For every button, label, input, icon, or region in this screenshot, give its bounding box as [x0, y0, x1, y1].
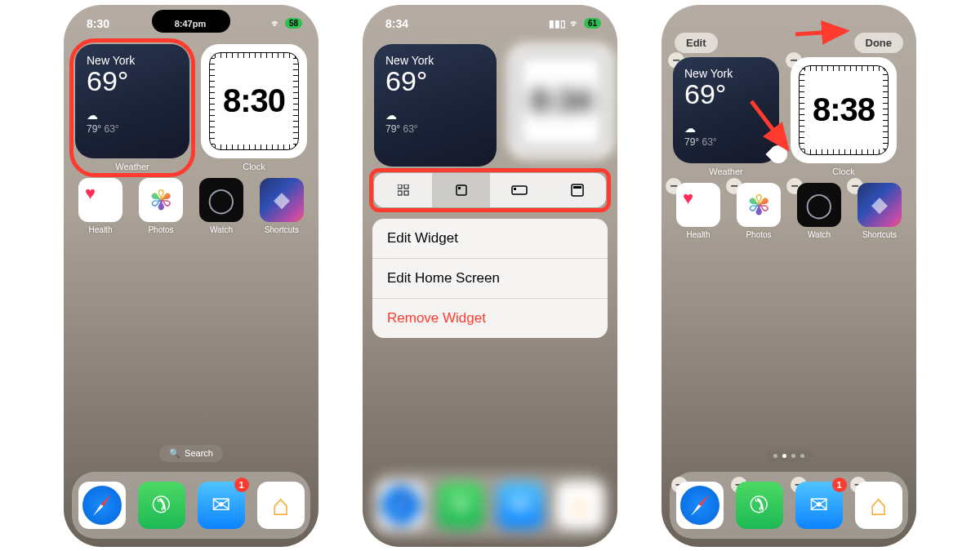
dock-home[interactable] [855, 482, 902, 529]
battery-indicator: 58 [285, 18, 302, 29]
app-photos[interactable]: −Photos [731, 183, 786, 239]
photos-icon [139, 178, 183, 222]
clock-widget: 8:34 [508, 44, 614, 158]
cloud-icon: ☁︎ [684, 122, 768, 135]
search-icon: 🔍 [169, 448, 180, 459]
app-row: −Health −Photos −Watch −Shortcuts [662, 178, 916, 239]
clock-widget-label: Clock [243, 162, 265, 171]
size-small-square[interactable] [432, 173, 490, 207]
context-menu: Edit Widget Edit Home Screen Remove Widg… [372, 219, 608, 338]
size-picker-highlighted [369, 168, 611, 212]
dock-safari[interactable] [676, 482, 724, 529]
weather-temp: 69° [87, 65, 178, 97]
size-small-grid[interactable] [374, 173, 432, 207]
search-button[interactable]: 🔍 Search [159, 445, 223, 462]
svg-rect-5 [458, 187, 461, 189]
dock-mail [497, 482, 544, 529]
health-icon [676, 183, 720, 227]
done-button[interactable]: Done [854, 33, 904, 53]
menu-remove-widget[interactable]: Remove Widget [372, 299, 608, 338]
clock-time: 8:30 [223, 82, 285, 119]
app-shortcuts[interactable]: −Shortcuts [852, 183, 907, 239]
dock-blurred [371, 472, 609, 539]
svg-rect-3 [404, 191, 408, 195]
wifi-icon: ᯤ [570, 18, 580, 29]
status-bar: 8:34 ▮▮▯ ᯤ 61 [363, 5, 617, 36]
clock-widget[interactable]: 8:38 [791, 57, 897, 163]
edit-button[interactable]: Edit [675, 33, 718, 53]
dock: 1 [72, 472, 310, 539]
svg-rect-1 [404, 184, 408, 189]
watch-icon [199, 178, 243, 222]
battery-indicator: 61 [584, 18, 601, 29]
clock-widget[interactable]: 8:30 [201, 44, 307, 158]
app-health[interactable]: −Health [670, 183, 726, 239]
size-large-rect[interactable] [548, 173, 606, 207]
wifi-icon: ᯤ [271, 18, 281, 29]
iphone-screen-1: 8:30 8:47pm ᯤ 58 New York 69° ☁︎ 79° 63°… [64, 5, 318, 547]
menu-edit-widget[interactable]: Edit Widget [372, 219, 608, 259]
watch-icon [797, 183, 841, 227]
weather-widget-highlighted: New York 69° ☁︎ 79° 63° Weather [75, 44, 189, 171]
clock-widget-label: Clock [832, 167, 855, 176]
app-photos[interactable]: Photos [133, 178, 189, 234]
status-center-time: 8:47pm [175, 19, 207, 29]
clock-time: 8:38 [813, 91, 875, 128]
mail-badge: 1 [234, 478, 249, 492]
photos-icon [737, 183, 781, 227]
weather-range: 79° 63° [684, 136, 768, 148]
dock-phone [437, 482, 484, 529]
clock-widget-blurred: 8:34 [508, 44, 614, 167]
dock-safari[interactable] [78, 482, 126, 529]
health-icon [78, 178, 122, 222]
mail-badge: 1 [832, 478, 847, 492]
cloud-icon: ☁︎ [87, 109, 178, 122]
svg-rect-4 [457, 185, 466, 195]
weather-widget-label: Weather [709, 167, 742, 176]
weather-range: 79° 63° [87, 123, 178, 135]
weather-temp: 69° [684, 78, 768, 110]
svg-rect-2 [398, 191, 402, 195]
weather-widget-col: − New York 69° ☁︎ 79° 63° Weather [673, 57, 779, 176]
dock-home[interactable] [257, 482, 305, 529]
app-row: Health Photos Watch Shortcuts [64, 173, 318, 234]
shortcuts-icon [858, 183, 902, 227]
status-time: 8:34 [385, 17, 408, 30]
weather-widget-col: New York 69° ☁︎ 79° 63° [374, 44, 497, 167]
weather-temp: 69° [385, 65, 485, 97]
dock-mail[interactable]: 1 [795, 482, 843, 529]
clock-widget-col: − 8:38 Clock [791, 57, 897, 176]
svg-rect-7 [514, 188, 516, 190]
dock-phone[interactable] [736, 482, 783, 529]
app-shortcuts[interactable]: Shortcuts [254, 178, 310, 234]
weather-widget-label: Weather [115, 162, 149, 171]
weather-range: 79° 63° [385, 123, 485, 135]
status-icons: ᯤ 58 [271, 18, 302, 29]
dock-home [556, 482, 604, 529]
status-icons: ▮▮▯ ᯤ 61 [549, 18, 601, 29]
dock-mail[interactable]: 1 [198, 482, 245, 529]
weather-widget[interactable]: New York 69° ☁︎ 79° 63° [673, 57, 779, 163]
status-time: 8:30 [87, 17, 109, 30]
cloud-icon: ☁︎ [385, 109, 485, 122]
svg-rect-9 [573, 186, 581, 189]
app-watch[interactable]: −Watch [791, 183, 847, 239]
iphone-screen-2: 8:34 ▮▮▯ ᯤ 61 New York 69° ☁︎ 79° 63° 8:… [363, 5, 617, 547]
page-indicator[interactable] [765, 450, 813, 462]
svg-rect-0 [398, 184, 402, 189]
size-medium-rect[interactable] [490, 173, 548, 207]
app-watch[interactable]: Watch [194, 178, 249, 234]
dock: − − −1 − [670, 472, 908, 539]
signal-icon: ▮▮▯ [549, 18, 566, 29]
menu-edit-home-screen[interactable]: Edit Home Screen [372, 259, 608, 299]
dock-safari [377, 482, 425, 529]
clock-widget-col: 8:30 Clock [201, 44, 307, 171]
iphone-screen-3: Edit Done − New York 69° ☁︎ 79° 63° Weat… [662, 5, 916, 547]
dock-phone[interactable] [138, 482, 185, 529]
widget-size-picker [374, 173, 606, 207]
weather-widget[interactable]: New York 69° ☁︎ 79° 63° [374, 44, 497, 167]
app-health[interactable]: Health [73, 178, 128, 234]
shortcuts-icon [260, 178, 304, 222]
weather-widget[interactable]: New York 69° ☁︎ 79° 63° [75, 44, 189, 158]
